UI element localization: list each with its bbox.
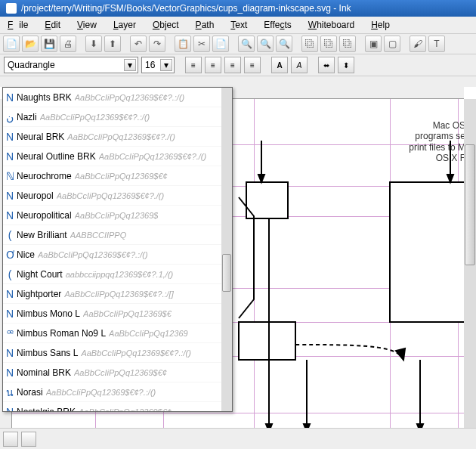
font-option[interactable]: ℕNeurochrome AaBbCcIiPpQq12369$€¢	[3, 166, 221, 186]
font-name: Nazli	[17, 112, 37, 122]
chevron-down-icon[interactable]: ▾	[160, 59, 172, 71]
export-button[interactable]: ⬆	[104, 36, 121, 52]
unlink-button[interactable]: ⿻	[339, 36, 356, 52]
bold-button[interactable]: A	[271, 57, 288, 73]
font-option[interactable]: ƠNice AaBbCcIiPpQq12369$€¢?.:/()	[3, 245, 221, 265]
open-button[interactable]: 📂	[22, 36, 39, 52]
menu-file[interactable]: File	[5, 18, 31, 32]
font-option[interactable]: นNorasi AaBbCcIiPpQq12369$€¢?.:/()	[3, 382, 221, 402]
align-left-button[interactable]: ≡	[185, 57, 202, 73]
new-button[interactable]: 📄	[3, 36, 20, 52]
font-name: Nostalgia BRK	[17, 407, 76, 412]
fill-button[interactable]: 🖌	[410, 36, 426, 52]
font-name: Nimbus Mono L	[17, 308, 80, 319]
app-icon	[6, 3, 17, 14]
font-option[interactable]: NNimbus Mono L AaBbCcIiPpQq12369$€	[3, 304, 221, 324]
align-justify-button[interactable]: ≡	[244, 57, 261, 73]
font-swatch-icon: ℕ	[6, 171, 14, 181]
font-option[interactable]: نNazli AaBbCcIiPpQq12369$€¢?.:/()	[3, 107, 221, 127]
align-right-button[interactable]: ≡	[224, 57, 241, 73]
font-name: Neuropol	[17, 190, 54, 201]
font-swatch-icon: ن	[6, 112, 14, 122]
scrollbar-thumb[interactable]	[222, 254, 231, 292]
font-sample: AaBbCcIiPpQq12369$€¢?.:/()	[75, 93, 185, 102]
menu-whiteboard[interactable]: Whiteboard	[305, 18, 357, 32]
scrollbar-thumb[interactable]	[465, 144, 475, 265]
font-name: Nimbus Roman No9 L	[17, 328, 106, 339]
cut-button[interactable]: ✂	[193, 36, 210, 52]
menu-edit[interactable]: Edit	[42, 18, 63, 32]
import-button[interactable]: ⬇	[85, 36, 102, 52]
align-center-button[interactable]: ≡	[205, 57, 221, 73]
font-option[interactable]: NNightporter AaBbCcIiPpQq12369$€¢?.:/[]	[3, 284, 221, 304]
font-option[interactable]: NNaughts BRK AaBbCcIiPpQq12369$€¢?.:/()	[3, 88, 221, 107]
font-option[interactable]: (New Brilliant AABBCCIIPPQ	[3, 225, 221, 245]
tool-button[interactable]	[21, 432, 36, 447]
tool-button[interactable]	[3, 432, 18, 447]
menu-bar: File Edit View Layer Object Path Text Ef…	[0, 17, 476, 34]
font-swatch-icon: ꟹ	[6, 328, 14, 339]
italic-button[interactable]: A	[291, 57, 308, 73]
paste-button[interactable]: 📄	[212, 36, 229, 52]
font-sample: AaBbCcIiPpQq12369	[109, 329, 188, 338]
font-name: Neurochrome	[17, 171, 72, 181]
font-option[interactable]: ꟹNimbus Roman No9 L AaBbCcIiPpQq12369	[3, 324, 221, 343]
font-swatch-icon: N	[6, 367, 14, 378]
font-option[interactable]: NNeural BRK AaBbCcIiPpQq12369$€¢?./()	[3, 127, 221, 147]
font-sample: AaBbCcIiPpQq12369$€¢?.:/()	[81, 348, 191, 358]
font-option[interactable]: NNominal BRK AaBbCcIiPpQq12369$€¢	[3, 363, 221, 382]
horizontal-text-button[interactable]: ⬌	[318, 57, 335, 73]
font-name: New Brilliant	[17, 230, 67, 240]
duplicate-button[interactable]: ⿻	[301, 36, 318, 52]
font-name: Nightporter	[17, 289, 61, 299]
svg-marker-11	[396, 348, 405, 360]
scrollbar-vertical[interactable]	[464, 99, 476, 449]
font-option[interactable]: NNeuropolitical AaBbCcIiPpQq12369$	[3, 206, 221, 225]
font-option[interactable]: NNostalgia BRK AaBbCcIiPpQq12369$€¢	[3, 402, 221, 411]
svg-marker-4	[258, 175, 264, 182]
group-button[interactable]: ▣	[365, 36, 382, 52]
font-list-scrollbar[interactable]	[221, 88, 232, 411]
undo-button[interactable]: ↶	[130, 36, 147, 52]
font-option[interactable]: NNimbus Sans L AaBbCcIiPpQq12369$€¢?.:/(…	[3, 343, 221, 363]
menu-text[interactable]: Text	[227, 18, 250, 32]
text-dialog-button[interactable]: T	[428, 36, 445, 52]
font-size-combo[interactable]: 16 ▾	[141, 57, 175, 73]
font-swatch-icon: N	[6, 190, 14, 201]
font-dropdown-list[interactable]: NNaughts BRK AaBbCcIiPpQq12369$€¢?.:/()ن…	[2, 87, 233, 412]
vertical-text-button[interactable]: ⬍	[338, 57, 354, 73]
font-family-combo[interactable]: Quadrangle ▾	[4, 57, 138, 73]
font-sample: AaBbCcIiPpQq12369$€¢?.:/()	[40, 113, 150, 122]
font-swatch-icon: (	[6, 230, 14, 240]
font-option[interactable]: NNeural Outline BRK AaBbCcIiPpQq12369$€¢…	[3, 147, 221, 166]
menu-layer[interactable]: Layer	[110, 18, 139, 32]
redo-button[interactable]: ↷	[149, 36, 165, 52]
font-swatch-icon: N	[6, 151, 14, 162]
font-swatch-icon: N	[6, 92, 14, 103]
font-swatch-icon: (	[6, 269, 14, 280]
font-option[interactable]: NNeuropol AaBbCcIiPpQq12369$€¢?./()	[3, 186, 221, 206]
svg-rect-0	[246, 182, 288, 218]
zoom-draw-button[interactable]: 🔍	[257, 36, 274, 52]
menu-help[interactable]: Help	[368, 18, 393, 32]
font-sample: AaBbCcIiPpQq12369$	[75, 211, 159, 220]
title-bar: /project/terry/Writing/FSM/Books/VectorG…	[0, 0, 476, 17]
font-option[interactable]: (Night Court aabbcciippqq12369$€¢?.1,/()	[3, 265, 221, 284]
text-toolbar: Quadrangle ▾ 16 ▾ ≡ ≡ ≡ ≡ A A ⬌ ⬍	[0, 54, 476, 76]
menu-path[interactable]: Path	[193, 18, 218, 32]
font-sample: AaBbCcIiPpQq12369$€¢?.:/[]	[64, 290, 173, 299]
save-button[interactable]: 💾	[41, 36, 57, 52]
clone-button[interactable]: ⿻	[320, 36, 337, 52]
print-button[interactable]: 🖨	[60, 36, 76, 52]
ungroup-button[interactable]: ▢	[384, 36, 400, 52]
font-sample: AaBbCcIiPpQq12369$€¢?.:/()	[38, 250, 148, 259]
copy-button[interactable]: 📋	[175, 36, 191, 52]
menu-effects[interactable]: Effects	[261, 18, 294, 32]
menu-view[interactable]: View	[74, 18, 100, 32]
chevron-down-icon[interactable]: ▾	[124, 59, 136, 71]
font-swatch-icon: N	[6, 407, 14, 412]
menu-object[interactable]: Object	[150, 18, 182, 32]
zoom-page-button[interactable]: 🔍	[276, 36, 292, 52]
window-title: /project/terry/Writing/FSM/Books/VectorG…	[21, 3, 351, 14]
zoom-sel-button[interactable]: 🔍	[238, 36, 255, 52]
